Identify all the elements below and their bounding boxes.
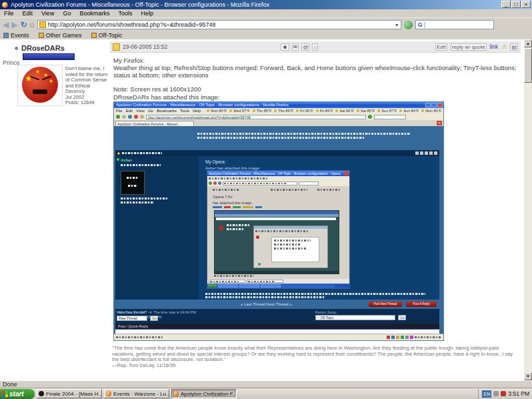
menu-item[interactable]: Edit [23,10,33,17]
nested-forum-content: Asher My Opera: Asher has attached this … [114,126,443,335]
go-button[interactable] [404,21,413,29]
nested-go-icon [368,115,372,119]
tray-icon[interactable] [493,391,499,396]
nested-address-bar: http://apolyton.net/forums/showthread.ph… [146,115,366,119]
post-signature: "The time has come that the American peo… [112,346,520,368]
nested-post-icon [117,152,120,155]
back-icon[interactable]: ◀ [3,21,9,29]
menu-item[interactable]: Bookmarks [79,10,109,17]
menu-bar: FileEditViewGoBookmarksToolsHelp [0,9,532,18]
forum-jump-go: Go [398,315,406,320]
maximize-button[interactable]: □ [511,1,521,8]
start-button[interactable]: start [0,389,35,399]
blurred-text [410,336,413,339]
sun-icon [357,109,359,112]
weather-entry: Thu 85°F [253,109,272,113]
status-bar: Done [0,380,532,388]
edit-post-button[interactable]: Edit [435,43,447,51]
taskbar-button-label: Events : Warzone - Lu... [113,391,169,397]
minimize-button[interactable]: _ [501,1,511,8]
blurred-text [401,336,404,339]
search-box[interactable]: G | [415,20,494,29]
blurred-text [317,189,341,191]
blurred-text [213,181,217,185]
nested-search-box [374,115,406,119]
blurred-text [391,336,395,339]
print-icon[interactable]: ▤ [510,43,518,51]
report-post-icon[interactable]: ⚠ [501,43,507,50]
blurred-text [209,177,269,179]
firefox-icon [173,391,179,396]
opera-search-field [299,181,319,185]
scrollbar-thumb[interactable] [524,48,532,83]
pm-icon[interactable]: ✉ [292,43,299,51]
deep-screenshot [214,210,339,274]
sun-icon [377,109,380,112]
rank-bar [23,53,75,60]
user-blurb: Don't blame me, I voted for the return o… [65,66,109,95]
clock: 3:51 PM [508,390,529,397]
status-text: Done [3,381,17,388]
weather-entry: Mon 80°F [207,109,227,113]
vertical-scrollbar[interactable]: ▲ ▼ [524,39,532,380]
tray-icon[interactable] [501,391,506,396]
post-date: 29-06-2005 15:52 [123,43,167,50]
language-indicator[interactable]: EN [482,390,491,398]
opera-body2: has attached this image: [213,201,253,205]
nested-avatar [121,171,145,195]
nested-navigation-bar: http://apolyton.net/forums/showthread.ph… [114,113,443,120]
home-icon[interactable]: ⌂ [30,21,35,29]
taskbar-button-events[interactable]: Events : Warzone - Lu... [104,389,169,398]
bookmark-events[interactable]: Events [3,32,29,39]
menu-item[interactable]: View [41,10,54,17]
sun-icon [296,109,299,112]
windows-taskbar: start Finale 2004 - [Mass H...] Events :… [0,388,532,399]
menu-item[interactable]: Go [63,10,71,17]
scroll-down-icon[interactable]: ▼ [524,372,532,380]
weather-entry: Sun 87°F [377,109,397,113]
menu-item[interactable]: Tools [118,10,132,17]
email-icon[interactable]: @ [301,43,309,51]
bookmark-folder-icon [91,33,97,38]
weather-entry: Mon 80°F [421,109,441,113]
post-username[interactable]: DRoseDARs [21,44,65,52]
nested-title-bar: Apolyton Civilization Forums - Miscellan… [114,102,443,108]
reload-stop-icon[interactable]: ↻ [20,21,27,29]
taskbar-button-finale[interactable]: Finale 2004 - [Mass H...] [37,389,102,398]
blurred-text [213,189,239,191]
attached-image[interactable]: Apolyton Civilization Forums - Miscellan… [113,101,444,341]
nested-user-column: Asher [115,156,199,300]
sun-icon [253,109,255,112]
blurred-text [274,240,311,242]
menu-item[interactable]: File [4,10,14,17]
scroll-up-icon[interactable]: ▲ [524,39,532,47]
homepage-icon[interactable]: ⌂ [312,43,318,51]
blurred-text [224,206,231,208]
bookmark-off-topic[interactable]: Off-Topic [91,32,123,39]
address-bar[interactable]: http://apolyton.net/forums/showthread.ph… [37,20,401,29]
taskbar-button-apolyton[interactable]: Apolyton Civilization F... [171,389,237,398]
menu-item[interactable]: Help [141,10,153,17]
close-button[interactable]: × [521,1,531,8]
url-text: http://apolyton.net/forums/showthread.ph… [48,21,216,28]
blurred-text [210,281,240,282]
avatar-mouth [33,89,47,94]
opera-body1: Opera 7.5x [213,195,233,199]
opera-xp-taskbar [207,284,349,288]
blurred-text [214,275,254,277]
bookmark-label: Events [11,32,29,39]
nested-close-button [437,103,443,107]
blurred-text [434,151,437,155]
blurred-text [415,336,441,338]
forward-icon[interactable]: ▶ [11,21,17,29]
user-status-icon: ☻ [13,45,19,51]
bookmark-other-games[interactable]: Other Games [39,32,82,39]
nested-post-table: Asher My Opera: Asher has attached this … [115,150,439,300]
opera-address-field [223,181,297,185]
profile-icon[interactable]: ☻ [281,43,289,51]
url-dropdown-icon[interactable]: ▼ [395,23,399,27]
post-link[interactable]: link [490,43,499,50]
quote-post-button[interactable]: reply w/ quote [451,43,487,51]
nested-menu-item: File [116,109,123,113]
blurred-text [209,181,212,185]
